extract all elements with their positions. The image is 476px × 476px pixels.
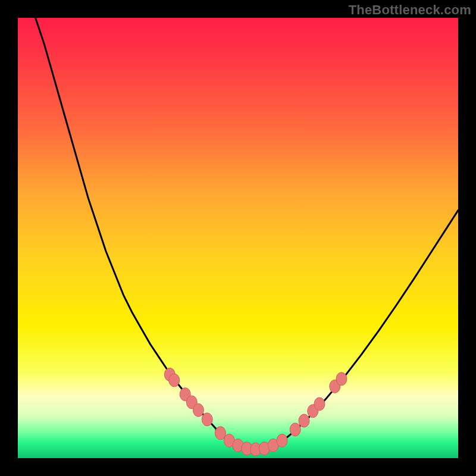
- data-marker: [314, 397, 325, 411]
- data-marker: [193, 403, 203, 416]
- data-marker: [336, 372, 347, 386]
- marker-group: [164, 368, 347, 456]
- left-curve-path: [36, 18, 252, 449]
- data-marker: [202, 413, 212, 426]
- watermark-text: TheBottleneck.com: [349, 2, 471, 18]
- data-marker: [299, 414, 309, 427]
- data-marker: [277, 434, 287, 447]
- right-curve-path: [251, 210, 458, 449]
- curve-layer: [18, 18, 458, 458]
- data-marker: [169, 374, 180, 387]
- data-marker: [290, 423, 300, 436]
- plot-area: [18, 18, 458, 458]
- chart-frame: TheBottleneck.com: [0, 0, 476, 476]
